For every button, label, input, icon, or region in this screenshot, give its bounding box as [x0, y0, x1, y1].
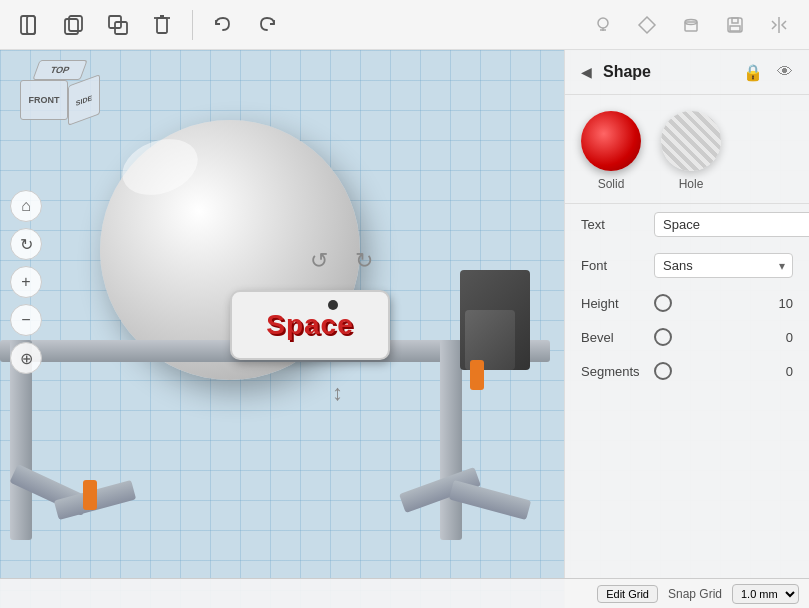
snap-grid-select[interactable]: 1.0 mm: [732, 584, 799, 604]
svg-rect-6: [157, 18, 167, 33]
orbit-btn[interactable]: ↻: [10, 228, 42, 260]
text-label: Text: [581, 217, 646, 232]
text-field-row: Text: [565, 204, 809, 245]
svg-rect-1: [27, 16, 35, 34]
height-circle[interactable]: [654, 294, 672, 312]
orange-right: [470, 360, 484, 390]
svg-point-9: [598, 18, 608, 28]
panel-collapse-btn[interactable]: ◀: [577, 63, 595, 81]
divider: [192, 10, 193, 40]
text-sign: Space: [230, 290, 390, 360]
cube-right[interactable]: SIDE: [68, 74, 100, 126]
text-input[interactable]: [654, 212, 809, 237]
bar-right-vert: [440, 340, 462, 540]
panel-lock-btn[interactable]: 🔒: [741, 60, 765, 84]
svg-rect-0: [21, 16, 35, 34]
cube-top[interactable]: TOP: [32, 60, 87, 80]
font-field-row: Font Sans Serif Mono ▾: [565, 245, 809, 286]
delete-button[interactable]: [144, 7, 180, 43]
panel-title: Shape: [603, 63, 733, 81]
font-label: Font: [581, 258, 646, 273]
mirror-icon[interactable]: [761, 7, 797, 43]
sign-text: Space: [266, 309, 354, 341]
bottom-bar: Edit Grid Snap Grid 1.0 mm: [0, 578, 809, 608]
bevel-label: Bevel: [581, 330, 646, 345]
segments-value: 0: [773, 364, 793, 379]
height-field-row: Height 10: [565, 286, 809, 320]
segments-label: Segments: [581, 364, 646, 379]
duplicate-button[interactable]: [100, 7, 136, 43]
height-value: 10: [773, 296, 793, 311]
rot-arrow-2: ↻: [355, 248, 373, 274]
height-label: Height: [581, 296, 646, 311]
shape-icon[interactable]: [629, 7, 665, 43]
home-btn[interactable]: ⌂: [10, 190, 42, 222]
bevel-field-row: Bevel 0: [565, 320, 809, 354]
save-icon[interactable]: [717, 7, 753, 43]
solid-option[interactable]: Solid: [581, 111, 641, 191]
undo-button[interactable]: [205, 7, 241, 43]
svg-rect-17: [730, 26, 740, 31]
copy-button[interactable]: [56, 7, 92, 43]
zoom-out-btn[interactable]: −: [10, 304, 42, 336]
redo-button[interactable]: [249, 7, 285, 43]
font-select-wrapper: Sans Serif Mono ▾: [654, 253, 793, 278]
shape-options: Solid Hole: [565, 95, 809, 204]
panel-eye-btn[interactable]: 👁: [773, 60, 797, 84]
new-button[interactable]: [12, 7, 48, 43]
solid-circle: [581, 111, 641, 171]
orange-left: [83, 480, 97, 510]
zoom-in-btn[interactable]: +: [10, 266, 42, 298]
toolbar-right: [585, 7, 797, 43]
hole-circle: [661, 111, 721, 171]
side-controls: ⌂ ↻ + − ⊕: [10, 190, 42, 374]
right-panel: ◀ Shape 🔒 👁 Solid Hole Text Font Sans Se…: [564, 50, 809, 608]
solid-label: Solid: [598, 177, 625, 191]
rot-arrow-3: ↕: [332, 380, 343, 406]
cube-front[interactable]: FRONT: [20, 80, 68, 120]
zoom-fit-btn[interactable]: ⊕: [10, 342, 42, 374]
rot-arrow-1: ↺: [310, 248, 328, 274]
select-dot: [328, 300, 338, 310]
svg-marker-12: [639, 17, 655, 33]
edit-grid-button[interactable]: Edit Grid: [597, 585, 658, 603]
font-select[interactable]: Sans Serif Mono: [654, 253, 793, 278]
bevel-value: 0: [773, 330, 793, 345]
bulb-icon[interactable]: [585, 7, 621, 43]
segments-circle[interactable]: [654, 362, 672, 380]
bevel-circle[interactable]: [654, 328, 672, 346]
view-cube[interactable]: TOP FRONT SIDE: [20, 60, 100, 140]
snap-grid-label: Snap Grid: [668, 587, 722, 601]
hole-label: Hole: [679, 177, 704, 191]
toolbar: [0, 0, 809, 50]
hole-option[interactable]: Hole: [661, 111, 721, 191]
cylinder-icon[interactable]: [673, 7, 709, 43]
panel-header: ◀ Shape 🔒 👁: [565, 50, 809, 95]
segments-field-row: Segments 0: [565, 354, 809, 388]
svg-rect-16: [732, 18, 738, 23]
